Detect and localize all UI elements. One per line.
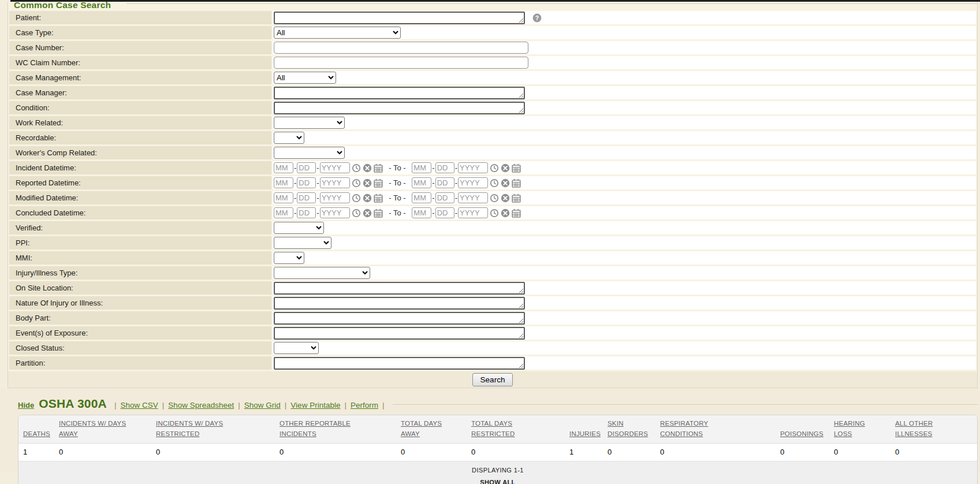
clock-icon[interactable] — [490, 178, 499, 188]
col-header-total-days-away[interactable]: TOTAL DAYS AWAY — [396, 415, 467, 443]
clear-icon[interactable] — [363, 178, 372, 188]
from-dd-input[interactable] — [297, 177, 316, 188]
calendar-icon[interactable] — [512, 209, 521, 218]
injury-illness-type-select[interactable] — [274, 267, 370, 279]
partition-textarea[interactable] — [274, 357, 525, 370]
worker-s-comp-related-select[interactable] — [274, 147, 345, 159]
col-header-other-reportable-incidents[interactable]: OTHER REPORTABLE INCIDENTS — [275, 415, 396, 443]
dash-separator: - — [455, 163, 457, 172]
form-row-nature-of-injury-or-illness: Nature Of Injury or Illness: — [9, 296, 976, 310]
clear-icon[interactable] — [363, 209, 372, 218]
from-dd-input[interactable] — [297, 162, 316, 173]
recordable-select[interactable] — [274, 132, 304, 144]
clock-icon[interactable] — [352, 178, 361, 188]
body-part-textarea[interactable] — [274, 312, 525, 325]
case-type-select[interactable]: All — [274, 27, 401, 39]
from-yyyy-input[interactable] — [320, 207, 350, 218]
search-button[interactable]: Search — [472, 373, 513, 386]
clock-icon[interactable] — [490, 193, 499, 203]
clear-icon[interactable] — [501, 193, 510, 203]
from-yyyy-input[interactable] — [320, 162, 350, 173]
calendar-icon[interactable] — [374, 209, 383, 218]
to-yyyy-input[interactable] — [458, 177, 488, 188]
clock-icon[interactable] — [490, 163, 499, 173]
col-header-deaths[interactable]: DEATHS — [18, 415, 54, 443]
to-dd-input[interactable] — [435, 162, 454, 173]
from-mm-input[interactable] — [274, 162, 293, 173]
from-mm-input[interactable] — [274, 177, 293, 188]
clear-icon[interactable] — [363, 193, 372, 203]
wc-claim-number-input[interactable] — [274, 57, 528, 69]
show-all-link[interactable]: SHOW ALL — [480, 479, 515, 484]
to-dd-input[interactable] — [435, 192, 454, 203]
patient-textarea[interactable] — [274, 12, 525, 24]
from-mm-input[interactable] — [274, 207, 293, 218]
col-header-skin-disorders[interactable]: SKIN DISORDERS — [603, 415, 655, 443]
to-dd-input[interactable] — [435, 207, 454, 218]
form-row-recordable: Recordable: — [9, 131, 976, 144]
col-header-incidents-w-days-away[interactable]: INCIDENTS W/ DAYS AWAY — [54, 415, 151, 443]
concluded-datetime-range: -- - To - -- — [274, 207, 976, 218]
to-mm-input[interactable] — [412, 177, 431, 188]
clock-icon[interactable] — [352, 209, 361, 218]
verified-select[interactable] — [274, 222, 324, 234]
calendar-icon[interactable] — [512, 178, 521, 188]
ppi-select[interactable] — [274, 237, 331, 249]
perform-link[interactable]: Perform — [351, 401, 378, 409]
from-mm-input[interactable] — [274, 192, 293, 203]
col-header-all-other-illnesses[interactable]: ALL OTHER ILLNESSES — [890, 415, 977, 443]
calendar-icon[interactable] — [374, 178, 383, 188]
field-label: Verified: — [9, 221, 271, 234]
clear-icon[interactable] — [501, 209, 510, 218]
view-printable-link[interactable]: View Printable — [290, 401, 340, 409]
clear-icon[interactable] — [501, 178, 510, 188]
show-csv-link[interactable]: Show CSV — [120, 401, 158, 409]
from-yyyy-input[interactable] — [320, 192, 350, 203]
nature-of-injury-or-illness-textarea[interactable] — [274, 297, 525, 310]
col-header-total-days-restricted[interactable]: TOTAL DAYS RESTRICTED — [467, 415, 565, 443]
condition-textarea[interactable] — [274, 102, 525, 114]
col-header-poisonings[interactable]: POISONINGS — [776, 415, 829, 443]
case-number-input[interactable] — [274, 42, 528, 54]
calendar-icon[interactable] — [512, 193, 521, 203]
calendar-icon[interactable] — [512, 163, 521, 173]
to-yyyy-input[interactable] — [458, 207, 488, 218]
on-site-location-textarea[interactable] — [274, 282, 525, 295]
to-mm-input[interactable] — [412, 162, 431, 173]
calendar-icon[interactable] — [374, 193, 383, 203]
clock-icon[interactable] — [352, 193, 361, 203]
closed-status-select[interactable] — [274, 342, 319, 354]
work-related-select[interactable] — [274, 117, 345, 129]
to-dd-input[interactable] — [435, 177, 454, 188]
col-header-hearing-loss[interactable]: HEARING LOSS — [829, 415, 890, 443]
calendar-icon[interactable] — [374, 163, 383, 173]
form-row-partition: Partition: — [9, 356, 976, 370]
show-spreadsheet-link[interactable]: Show Spreadsheet — [168, 401, 234, 409]
osha-title: OSHA 300A — [39, 397, 107, 411]
cell-injuries: 1 — [565, 443, 603, 461]
from-dd-input[interactable] — [297, 207, 316, 218]
to-mm-input[interactable] — [412, 192, 431, 203]
from-dd-input[interactable] — [297, 192, 316, 203]
to-mm-input[interactable] — [412, 207, 431, 218]
field-label: WC Claim Number: — [9, 56, 271, 69]
case-manager-textarea[interactable] — [274, 87, 525, 99]
hide-link[interactable]: Hide — [18, 401, 34, 409]
event-s-of-exposure-textarea[interactable] — [274, 327, 525, 340]
mmi-select[interactable] — [274, 252, 304, 264]
to-yyyy-input[interactable] — [458, 162, 488, 173]
show-grid-link[interactable]: Show Grid — [244, 401, 281, 409]
case-management-select[interactable]: All — [274, 72, 336, 84]
from-yyyy-input[interactable] — [320, 177, 350, 188]
clock-icon[interactable] — [490, 209, 499, 218]
clock-icon[interactable] — [352, 163, 361, 173]
dash-separator: - — [294, 193, 296, 202]
common-case-search-panel: Common Case Search Patient:?Case Type:Al… — [8, 2, 978, 388]
col-header-injuries[interactable]: INJURIES — [565, 415, 603, 443]
clear-icon[interactable] — [501, 163, 510, 173]
col-header-respiratory-conditions[interactable]: RESPIRATORY CONDITIONS — [655, 415, 776, 443]
to-yyyy-input[interactable] — [458, 192, 488, 203]
col-header-incidents-w-days-restricted[interactable]: INCIDENTS W/ DAYS RESTRICTED — [151, 415, 275, 443]
help-icon[interactable]: ? — [532, 13, 542, 23]
clear-icon[interactable] — [363, 163, 372, 173]
